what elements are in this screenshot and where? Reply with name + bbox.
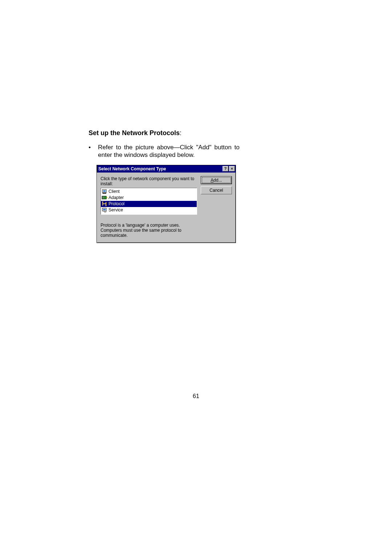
- protocol-icon: [102, 201, 107, 207]
- list-item-adapter[interactable]: Adapter: [101, 195, 197, 201]
- svg-point-9: [102, 202, 103, 203]
- bullet-marker: •: [89, 143, 98, 151]
- component-description: Protocol is a 'language' a computer uses…: [101, 223, 195, 238]
- section-heading: Set up the Network Protocols:: [89, 129, 240, 137]
- svg-rect-5: [103, 197, 104, 198]
- help-button[interactable]: ?: [222, 166, 228, 171]
- dialog-button-column: Add... Cancel: [201, 176, 232, 238]
- help-icon: ?: [224, 167, 227, 171]
- adapter-icon: [102, 195, 107, 200]
- list-item-label: Service: [109, 207, 123, 212]
- svg-rect-12: [103, 209, 106, 210]
- cancel-label: Cancel: [209, 188, 223, 193]
- component-type-list[interactable]: Client Adapter Protocol: [101, 188, 197, 215]
- dialog-left-pane: Click the type of network component you …: [101, 176, 197, 238]
- bullet-text: Refer to the picture above—Click "Add" b…: [98, 143, 240, 159]
- heading-colon: :: [180, 129, 181, 137]
- heading-text: Set up the Network Protocols: [89, 129, 180, 137]
- svg-point-10: [106, 205, 107, 206]
- instruction-bullet: • Refer to the picture above—Click "Add"…: [89, 143, 240, 159]
- service-icon: [102, 207, 107, 213]
- list-item-label: Protocol: [109, 201, 124, 206]
- svg-rect-4: [106, 197, 107, 198]
- close-icon: ×: [231, 167, 233, 171]
- add-button[interactable]: Add...: [201, 176, 232, 184]
- svg-rect-1: [103, 190, 106, 192]
- page-content: Set up the Network Protocols: • Refer to…: [89, 129, 240, 243]
- svg-point-13: [106, 211, 107, 212]
- svg-rect-2: [103, 193, 106, 194]
- client-icon: [102, 189, 107, 194]
- dialog-title: Select Network Component Type: [98, 166, 222, 171]
- list-item-protocol[interactable]: Protocol: [101, 201, 197, 207]
- svg-rect-3: [102, 196, 106, 199]
- cancel-button[interactable]: Cancel: [201, 186, 232, 194]
- list-item-label: Client: [109, 189, 120, 194]
- dialog-titlebar: Select Network Component Type ? ×: [97, 165, 236, 173]
- document-page: Set up the Network Protocols: • Refer to…: [0, 0, 392, 555]
- close-button[interactable]: ×: [229, 166, 235, 171]
- list-item-label: Adapter: [109, 195, 124, 200]
- list-item-service[interactable]: Service: [101, 207, 197, 213]
- page-number: 61: [0, 393, 392, 400]
- add-rest: dd...: [213, 178, 222, 183]
- select-network-component-dialog: Select Network Component Type ? × Click …: [97, 165, 236, 243]
- dialog-body: Click the type of network component you …: [97, 173, 236, 243]
- list-item-client[interactable]: Client: [101, 189, 197, 195]
- dialog-instruction: Click the type of network component you …: [101, 176, 197, 186]
